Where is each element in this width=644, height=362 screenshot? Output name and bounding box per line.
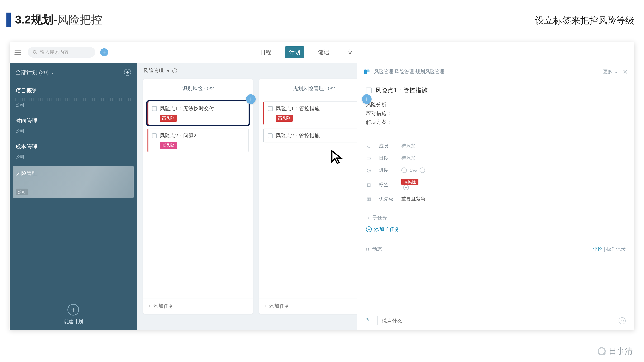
sidebar-header[interactable]: 全部计划 (29) ⌄ + bbox=[10, 63, 137, 82]
board-title[interactable]: 风险管理 bbox=[143, 67, 164, 74]
activity-label: 动态 bbox=[372, 246, 382, 252]
sidebar-item-overview[interactable]: 项目概览 公司 bbox=[10, 82, 137, 112]
tab-more[interactable]: 应 bbox=[343, 46, 357, 58]
desc-line: 应对措施： bbox=[366, 109, 626, 118]
checkbox[interactable] bbox=[268, 106, 273, 111]
task-card[interactable]: 风险点1：管控措施 高风险 bbox=[264, 101, 364, 125]
column-identify-risk: 识别风险 · 0/2 + 风险点1：无法按时交付 高风险 风险点2：问题2 低风… bbox=[143, 79, 253, 314]
title-accent bbox=[6, 12, 11, 27]
add-task-label: 添加任务 bbox=[153, 303, 174, 310]
sidebar-count: (29) bbox=[39, 69, 48, 76]
add-button[interactable]: + bbox=[100, 48, 108, 56]
sidebar-item-cost[interactable]: 成本管理 公司 bbox=[10, 138, 137, 164]
sidebar-list: 项目概览 公司 时间管理 公司 成本管理 公司 风险管理 公司 bbox=[10, 82, 137, 198]
plus-icon[interactable]: + bbox=[401, 167, 407, 173]
add-task-button[interactable]: +添加任务 bbox=[259, 298, 369, 314]
emoji-icon[interactable] bbox=[618, 317, 626, 324]
comments-tab[interactable]: 评论 bbox=[593, 246, 602, 252]
log-tab[interactable]: 操作记录 bbox=[606, 246, 626, 252]
tab-plan[interactable]: 计划 bbox=[285, 46, 304, 58]
add-subtask-button[interactable]: +添加子任务 bbox=[366, 226, 626, 233]
create-plan-button[interactable]: + 创建计划 bbox=[10, 304, 137, 325]
svg-line-1 bbox=[36, 53, 37, 54]
add-tag-button[interactable]: + bbox=[403, 185, 409, 190]
tab-notes[interactable]: 笔记 bbox=[314, 46, 333, 58]
column-plan-risk: 规划风险管理 · 0/2 + 风险点1：管控措施 高风险 风险点2：管控措施 bbox=[259, 79, 369, 314]
card-title: 风险点2：问题2 bbox=[160, 132, 196, 139]
panel-header: 风险管理.风险管理.规划风险管理 更多 ⌄ ✕ bbox=[357, 63, 634, 81]
card-title: 风险点1：管控措施 bbox=[276, 105, 320, 112]
tab-schedule[interactable]: 日程 bbox=[256, 46, 275, 58]
nav-tabs: 日程 计划 笔记 应 bbox=[256, 42, 357, 63]
risk-tag-high: 高风险 bbox=[401, 179, 418, 185]
desc-line: 风险分析： bbox=[366, 100, 626, 109]
risk-tag-low: 低风险 bbox=[160, 142, 177, 149]
task-card[interactable]: 风险点2：管控措施 bbox=[264, 129, 364, 143]
more-button[interactable]: 更多 ⌄ bbox=[603, 68, 618, 75]
risk-tag-high: 高风险 bbox=[160, 115, 177, 122]
comment-input[interactable] bbox=[377, 316, 614, 325]
task-card[interactable]: 风险点1：无法按时交付 高风险 bbox=[148, 101, 248, 125]
stack-icon: ≋ bbox=[366, 246, 370, 252]
desc-line: 解决方案： bbox=[366, 118, 626, 126]
sidebar-item-time[interactable]: 时间管理 公司 bbox=[10, 112, 137, 138]
sidebar-item-risk-active[interactable]: 风险管理 公司 bbox=[13, 166, 134, 198]
card-title: 风险点1：无法按时交付 bbox=[160, 105, 214, 112]
close-icon[interactable]: ✕ bbox=[622, 68, 628, 75]
sidebar-add-button[interactable]: + bbox=[124, 69, 131, 76]
tag-icon: ◻ bbox=[366, 182, 372, 187]
column-progress: 0/2 bbox=[207, 86, 214, 91]
column-add-button[interactable]: + bbox=[246, 94, 256, 104]
column-add-button[interactable]: + bbox=[362, 94, 372, 104]
slide-caption: 设立标签来把控风险等级 bbox=[535, 14, 634, 27]
date-value[interactable]: 待添加 bbox=[401, 155, 626, 161]
sidebar-item-label: 时间管理 bbox=[10, 112, 137, 128]
checkbox[interactable] bbox=[152, 133, 157, 138]
brand-footer: 日事清 bbox=[598, 346, 633, 357]
subtask-header: ⤷子任务 bbox=[366, 209, 626, 221]
task-title[interactable]: 风险点1：管控措施 bbox=[375, 86, 428, 94]
subtask-icon: ⤷ bbox=[366, 215, 370, 220]
user-icon: ☺ bbox=[366, 143, 372, 149]
sidebar-item-label: 成本管理 bbox=[10, 138, 137, 154]
gear-icon[interactable] bbox=[172, 68, 177, 73]
task-description[interactable]: 风险分析： 应对措施： 解决方案： bbox=[366, 100, 626, 126]
add-task-label: 添加任务 bbox=[269, 303, 290, 310]
progress-icon: ◷ bbox=[366, 167, 372, 173]
checkbox[interactable] bbox=[268, 133, 273, 138]
card-title: 风险点2：管控措施 bbox=[276, 132, 320, 139]
meta-label: 成员 bbox=[379, 143, 398, 149]
board-icon bbox=[364, 68, 370, 75]
priority-icon: ▦ bbox=[366, 196, 372, 202]
sidebar-title: 全部计划 bbox=[16, 69, 37, 76]
menu-icon[interactable] bbox=[14, 50, 21, 55]
breadcrumb[interactable]: 风险管理.风险管理.规划风险管理 bbox=[374, 68, 444, 75]
slide-title-thin: 风险把控 bbox=[57, 13, 102, 26]
add-task-button[interactable]: +添加任务 bbox=[143, 298, 253, 314]
member-value[interactable]: 待添加 bbox=[401, 143, 626, 149]
plus-icon: + bbox=[148, 303, 151, 309]
board-area: 风险管理 ▾ 识别风险 · 0/2 + 风险点1：无法按时交付 高风险 bbox=[137, 63, 634, 330]
calendar-icon: ▭ bbox=[366, 155, 372, 161]
plus-icon: + bbox=[264, 303, 267, 309]
task-card[interactable]: 风险点2：问题2 低风险 bbox=[148, 129, 248, 152]
topbar: 输入搜索内容 + 日程 计划 笔记 应 bbox=[10, 42, 634, 63]
sidebar-item-sub: 公司 bbox=[10, 154, 137, 164]
priority-value[interactable]: 重要且紧急 bbox=[401, 196, 626, 202]
plus-icon: + bbox=[68, 304, 79, 316]
sidebar-item-sub: 公司 bbox=[10, 128, 137, 138]
minus-icon[interactable]: − bbox=[420, 167, 425, 173]
brand-logo-icon bbox=[598, 347, 606, 355]
checkbox[interactable] bbox=[366, 87, 372, 93]
dropdown-icon[interactable]: ▾ bbox=[167, 68, 169, 74]
column-title: 规划风险管理 bbox=[293, 85, 324, 92]
progress-value[interactable]: +0%− bbox=[401, 167, 626, 173]
sidebar-item-sub: 公司 bbox=[10, 102, 137, 112]
attachment-icon[interactable]: 📎 bbox=[366, 318, 372, 324]
tag-value[interactable]: 高风险 + bbox=[401, 179, 626, 190]
search-input[interactable]: 输入搜索内容 bbox=[28, 47, 95, 58]
meta-label: 日期 bbox=[379, 155, 398, 161]
meta-label: 优先级 bbox=[379, 196, 398, 202]
chevron-down-icon: ⌄ bbox=[51, 70, 54, 75]
checkbox[interactable] bbox=[152, 106, 157, 111]
